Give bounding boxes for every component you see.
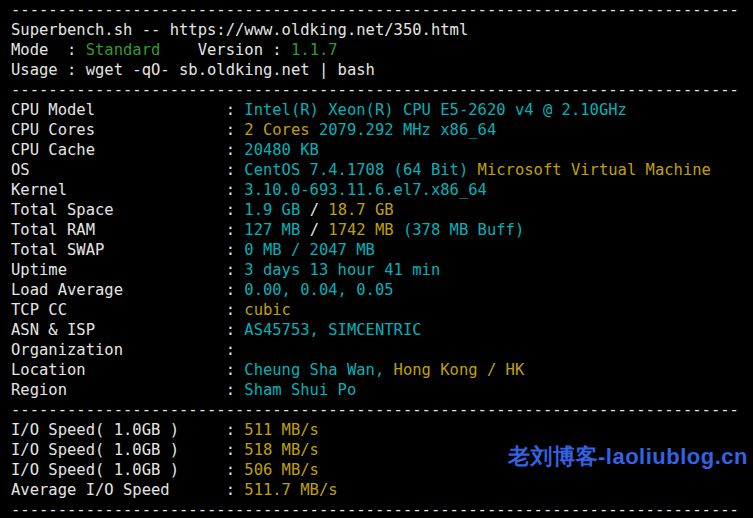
colon-separator: : [226,421,245,439]
colon-separator: : [226,141,245,159]
colon-separator: : [226,221,245,239]
info-value-segment: 506 MB/s [244,461,319,479]
colon-separator: : [226,281,245,299]
usage-line: Usage : wget -qO- sb.oldking.net | bash [11,60,753,80]
colon-separator: : [226,241,245,259]
row-kernel: Kernel: 3.10.0-693.11.6.el7.x86_64 [11,180,753,200]
row-cpu-cache: CPU Cache: 20480 KB [11,140,753,160]
info-value-segment: AS45753, SIMCENTRIC [244,321,421,339]
info-label: Load Average [11,280,226,300]
colon-separator: : [226,481,245,499]
info-label: OS [11,160,226,180]
system-info-section: CPU Model: Intel(R) Xeon(R) CPU E5-2620 … [11,100,753,400]
colon-separator: : [226,301,245,319]
row-total-ram: Total RAM: 127 MB / 1742 MB (378 MB Buff… [11,220,753,240]
separator-before-io: ----------------------------------------… [11,400,753,420]
script-title: Superbench.sh -- https://www.oldking.net… [11,20,753,40]
colon-separator: : [226,161,245,179]
colon-separator: : [226,201,245,219]
row-location: Location: Cheung Sha Wan, Hong Kong / HK [11,360,753,380]
row-tcp-cc: TCP CC: cubic [11,300,753,320]
watermark: 老刘博客-laoliublog.cn [508,447,748,467]
colon-separator: : [226,261,245,279]
colon-separator: : [226,341,245,359]
info-label: I/O Speed( 1.0GB ) [11,440,226,460]
info-value-segment: (378 MB Buff) [403,221,524,239]
text-segment: Mode : [11,41,86,59]
colon-separator: : [226,381,245,399]
row-total-space: Total Space: 1.9 GB / 18.7 GB [11,200,753,220]
separator-top: ----------------------------------------… [11,0,753,20]
row-region: Region: Sham Shui Po [11,380,753,400]
info-value-segment: 1742 MB [328,221,403,239]
info-value-segment: 2079.292 MHz x86_64 [310,121,497,139]
info-value-segment: 0 MB / 2047 MB [244,241,375,259]
text-segment: Standard [86,41,161,59]
row-i-o-speed-1-0gb: I/O Speed( 1.0GB ): 511 MB/s [11,420,753,440]
colon-separator: : [226,321,245,339]
info-label: I/O Speed( 1.0GB ) [11,420,226,440]
text-segment: 1.1.7 [291,41,338,59]
info-value-segment: 2 Cores [244,121,309,139]
row-os: OS: CentOS 7.4.1708 (64 Bit) Microsoft V… [11,160,753,180]
info-label: Kernel [11,180,226,200]
info-value-segment: Hong Kong / HK [394,361,525,379]
info-label: CPU Model [11,100,226,120]
info-value-segment: / [310,221,329,239]
info-value-segment: Microsoft Virtual Machine [468,161,711,179]
info-label: ASN & ISP [11,320,226,340]
separator-after-header: ----------------------------------------… [11,80,753,100]
info-value-segment: Intel(R) Xeon(R) CPU E5-2620 v4 @ 2.10GH… [244,101,627,119]
info-label: TCP CC [11,300,226,320]
colon-separator: : [226,121,245,139]
text-segment: Version : [160,41,291,59]
info-value-segment: 18.7 GB [328,201,393,219]
row-organization: Organization: [11,340,753,360]
info-value-segment: 20480 KB [244,141,319,159]
info-label: Total Space [11,200,226,220]
colon-separator: : [226,361,245,379]
info-label: CPU Cache [11,140,226,160]
info-label: Uptime [11,260,226,280]
info-value-segment: 511.7 MB/s [244,481,337,499]
row-cpu-model: CPU Model: Intel(R) Xeon(R) CPU E5-2620 … [11,100,753,120]
info-value-segment: cubic [244,301,291,319]
info-value-segment: 518 MB/s [244,441,319,459]
colon-separator: : [226,101,245,119]
colon-separator: : [226,441,245,459]
row-uptime: Uptime: 3 days 13 hour 41 min [11,260,753,280]
info-label: Region [11,380,226,400]
row-cpu-cores: CPU Cores: 2 Cores 2079.292 MHz x86_64 [11,120,753,140]
info-label: Total SWAP [11,240,226,260]
info-value-segment: CentOS 7.4.1708 (64 Bit) [244,161,468,179]
mode-version-line: Mode : Standard Version : 1.1.7 [11,40,753,60]
terminal-window: ----------------------------------------… [0,0,753,518]
row-asn-isp: ASN & ISP: AS45753, SIMCENTRIC [11,320,753,340]
colon-separator: : [226,181,245,199]
info-label: I/O Speed( 1.0GB ) [11,460,226,480]
info-value-segment: 511 MB/s [244,421,319,439]
info-label: CPU Cores [11,120,226,140]
colon-separator: : [226,461,245,479]
info-label: Organization [11,340,226,360]
info-label: Average I/O Speed [11,480,226,500]
separator-bottom: ----------------------------------------… [11,500,753,518]
info-value-segment: 0.00, 0.04, 0.05 [244,281,393,299]
info-value-segment: 127 MB [244,221,309,239]
info-value-segment: Cheung Sha Wan, [244,361,393,379]
info-label: Location [11,360,226,380]
info-value-segment: / [310,201,329,219]
row-total-swap: Total SWAP: 0 MB / 2047 MB [11,240,753,260]
info-label: Total RAM [11,220,226,240]
info-value-segment: 1.9 GB [244,201,309,219]
row-load-average: Load Average: 0.00, 0.04, 0.05 [11,280,753,300]
info-value-segment: Sham Shui Po [244,381,356,399]
info-value-segment: 3 days 13 hour 41 min [244,261,440,279]
info-value-segment: 3.10.0-693.11.6.el7.x86_64 [244,181,487,199]
row-average-i-o-speed: Average I/O Speed: 511.7 MB/s [11,480,753,500]
